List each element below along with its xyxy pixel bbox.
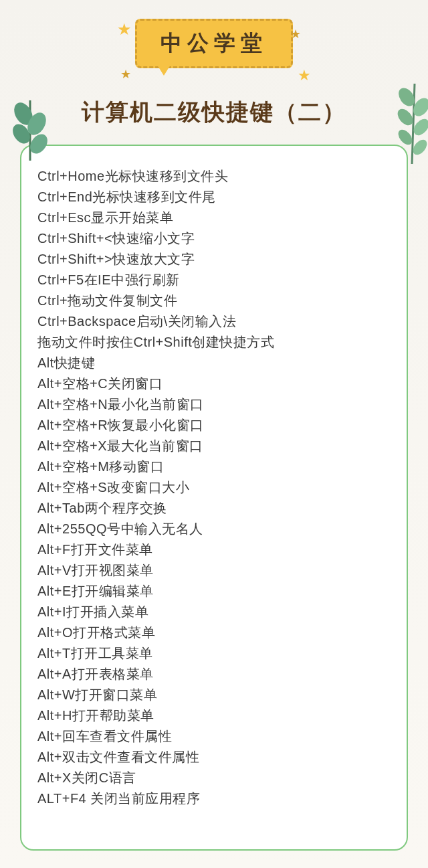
shortcut-item: Alt+T打开工具菜单 bbox=[37, 643, 391, 664]
shortcut-item: Ctrl+Backspace启动\关闭输入法 bbox=[37, 311, 391, 332]
shortcut-list: Ctrl+Home光标快速移到文件头Ctrl+End光标快速移到文件尾Ctrl+… bbox=[37, 166, 391, 809]
shortcut-item: Alt快捷键 bbox=[37, 353, 391, 373]
shortcut-item: Alt+Tab两个程序交换 bbox=[37, 498, 391, 519]
shortcut-item: Alt+空格+X最大化当前窗口 bbox=[37, 436, 391, 456]
brand-badge: 中公学堂 bbox=[135, 19, 293, 68]
leaf-decoration-right-icon bbox=[388, 77, 428, 171]
star-icon: ★ bbox=[120, 67, 131, 82]
shortcut-item: Ctrl+Home光标快速移到文件头 bbox=[37, 166, 391, 187]
shortcut-item: Alt+空格+N最小化当前窗口 bbox=[37, 394, 391, 415]
shortcut-item: Alt+F打开文件菜单 bbox=[37, 539, 391, 560]
shortcut-item: Alt+回车查看文件属性 bbox=[37, 726, 391, 747]
star-icon: ★ bbox=[298, 67, 311, 84]
shortcut-item: 拖动文件时按住Ctrl+Shift创建快捷方式 bbox=[37, 332, 391, 353]
shortcut-item: Alt+V打开视图菜单 bbox=[37, 560, 391, 581]
shortcut-item: Ctrl+Esc显示开始菜单 bbox=[37, 207, 391, 228]
shortcut-item: ALT+F4 关闭当前应用程序 bbox=[37, 788, 391, 809]
star-icon: ★ bbox=[117, 20, 132, 39]
shortcut-item: Ctrl+拖动文件复制文件 bbox=[37, 290, 391, 311]
shortcut-item: Ctrl+Shift+>快速放大文字 bbox=[37, 249, 391, 270]
shortcut-item: Alt+E打开编辑菜单 bbox=[37, 581, 391, 602]
header: ★ ★ ★ ★ 中公学堂 bbox=[0, 0, 428, 87]
shortcut-item: Alt+X关闭C语言 bbox=[37, 768, 391, 788]
shortcut-item: Alt+空格+R恢复最小化窗口 bbox=[37, 415, 391, 436]
brand-label: 中公学堂 bbox=[160, 31, 268, 55]
shortcut-item: Alt+空格+M移动窗口 bbox=[37, 456, 391, 477]
shortcut-item: Alt+空格+S改变窗口大小 bbox=[37, 477, 391, 498]
content-box: Ctrl+Home光标快速移到文件头Ctrl+End光标快速移到文件尾Ctrl+… bbox=[20, 145, 408, 851]
speech-tail-icon bbox=[157, 65, 171, 76]
shortcut-item: Alt+W打开窗口菜单 bbox=[37, 685, 391, 705]
shortcut-item: Ctrl+End光标快速移到文件尾 bbox=[37, 187, 391, 207]
shortcut-item: Alt+I打开插入菜单 bbox=[37, 602, 391, 622]
shortcut-item: Alt+O打开格式菜单 bbox=[37, 622, 391, 643]
title-row: 计算机二级快捷键（二） bbox=[0, 97, 428, 128]
shortcut-item: Ctrl+Shift+<快速缩小文字 bbox=[37, 228, 391, 249]
shortcut-item: Alt+空格+C关闭窗口 bbox=[37, 373, 391, 394]
shortcut-item: Ctrl+F5在IE中强行刷新 bbox=[37, 270, 391, 290]
shortcut-item: Alt+255QQ号中输入无名人 bbox=[37, 519, 391, 539]
page-title: 计算机二级快捷键（二） bbox=[82, 99, 346, 124]
shortcut-item: Alt+双击文件查看文件属性 bbox=[37, 747, 391, 768]
shortcut-item: Alt+A打开表格菜单 bbox=[37, 664, 391, 685]
leaf-decoration-left-icon bbox=[7, 94, 54, 167]
shortcut-item: Alt+H打开帮助菜单 bbox=[37, 705, 391, 726]
